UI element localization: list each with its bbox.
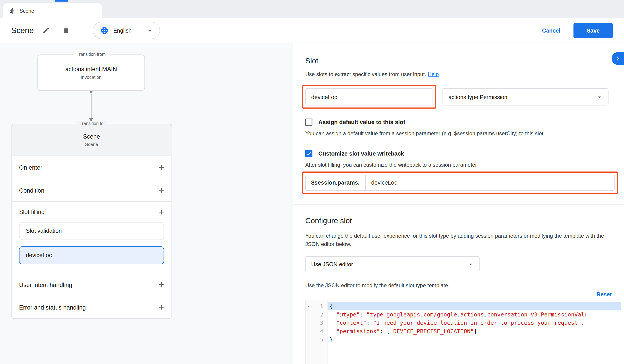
line-number: 2 — [320, 312, 323, 318]
add-icon[interactable] — [157, 186, 166, 194]
line-number: 3 — [320, 320, 323, 326]
session-params-prefix: $session.params. — [306, 180, 365, 186]
section-label: Condition — [19, 187, 44, 193]
json-editor[interactable]: ▾12345 { "@type": "type.googleapis.com/g… — [305, 300, 621, 364]
slot-description-text: Use slots to extract specific values fro… — [305, 71, 426, 77]
section-user-intent-handling[interactable]: User intent handling — [12, 273, 172, 296]
slot-type-select[interactable]: actions.type.Permission — [442, 88, 609, 105]
writeback-field[interactable]: $session.params. — [305, 175, 615, 191]
code-line[interactable]: { — [328, 302, 621, 310]
editor-mode-value: Use JSON editor — [311, 261, 353, 268]
run-person-icon — [9, 7, 15, 14]
chevron-right-icon — [614, 54, 622, 62]
json-editor-gutter: ▾12345 — [306, 300, 327, 364]
assign-default-label: Assign default value to this slot — [318, 119, 405, 126]
line-number: 4 — [320, 328, 323, 334]
line-number: 5 — [320, 337, 323, 343]
section-condition[interactable]: Condition — [12, 179, 172, 202]
scene-type: Scene — [85, 142, 98, 147]
pencil-icon — [42, 26, 50, 34]
fold-arrow-icon[interactable]: ▾ — [308, 302, 310, 310]
code-line[interactable]: "permissions": ["DEVICE_PRECISE_LOCATION… — [328, 327, 621, 336]
intent-type: Invocation — [81, 75, 102, 79]
editor-hint: Use the JSON editor to modify the defaul… — [305, 283, 621, 288]
json-editor-lines[interactable]: { "@type": "type.googleapis.com/google.a… — [328, 300, 621, 364]
section-label: Slot filling — [19, 208, 45, 215]
edit-scene-button[interactable] — [38, 23, 53, 38]
slot-name-row: actions.type.Permission — [305, 85, 621, 109]
assign-default-row: Assign default value to this slot — [305, 119, 621, 126]
globe-icon — [100, 26, 108, 35]
writeback-label: Customize slot value writeback — [318, 150, 404, 157]
trash-icon — [62, 26, 70, 34]
reset-link[interactable]: Reset — [597, 291, 612, 298]
annotation-writeback: $session.params. — [302, 172, 618, 194]
configure-description: You can change the default user experien… — [305, 232, 609, 248]
save-button[interactable]: Save — [573, 23, 613, 38]
add-icon[interactable] — [157, 303, 166, 311]
header: Scene English Cancel Save — [0, 18, 624, 43]
slot-type-value: actions.type.Permission — [449, 94, 508, 100]
writeback-row: Customize slot value writeback — [305, 150, 621, 157]
help-link[interactable]: Help — [428, 71, 439, 77]
writeback-param-input[interactable] — [365, 180, 614, 186]
code-line[interactable]: "context": "I need your device location … — [328, 319, 621, 327]
slot-section-title: Slot — [305, 56, 621, 65]
collapse-panel-button[interactable] — [612, 52, 624, 65]
section-label: Error and status handling — [19, 304, 86, 311]
transition-to-header[interactable]: Transition to Scene Scene — [12, 124, 172, 156]
code-line[interactable]: "@type": "type.googleapis.com/google.act… — [328, 311, 621, 319]
chevron-down-icon — [146, 27, 153, 34]
intent-name: actions.intent.MAIN — [65, 66, 117, 72]
transition-from-legend: Transition from — [74, 52, 109, 56]
scene-tab[interactable]: Scene — [3, 3, 102, 18]
writeback-checkbox[interactable] — [305, 150, 312, 157]
slot-editor-panel: Slot Use slots to extract specific value… — [293, 43, 624, 364]
line-number: 1 — [320, 303, 323, 309]
code-line[interactable]: } — [328, 336, 621, 344]
slot-name-input[interactable] — [305, 88, 433, 105]
section-on-enter[interactable]: On enter — [12, 156, 172, 179]
app-window: Scene Scene English Cancel Save — [0, 0, 624, 364]
assign-default-description: You can assign a default value from a se… — [305, 130, 621, 137]
cancel-button[interactable]: Cancel — [542, 27, 560, 34]
scene-card: Transition to Scene Scene On enter Condi… — [11, 124, 172, 319]
language-selector[interactable]: English — [93, 22, 160, 39]
chevron-down-icon — [467, 261, 474, 268]
transition-to-legend: Transition to — [76, 121, 107, 126]
add-icon[interactable] — [157, 163, 166, 171]
section-slot-filling[interactable]: Slot filling — [12, 201, 172, 222]
chevron-down-icon — [596, 93, 603, 101]
section-error-status-handling[interactable]: Error and status handling — [12, 296, 172, 318]
tab-title: Scene — [19, 8, 34, 14]
section-divider — [293, 204, 624, 205]
annotation-slot-name — [302, 85, 436, 109]
writeback-description: After slot filling, you can customize th… — [305, 162, 621, 168]
section-label: On enter — [19, 164, 42, 171]
page-title: Scene — [11, 26, 34, 35]
transition-from-card[interactable]: Transition from actions.intent.MAIN Invo… — [37, 54, 145, 91]
reset-row: Reset — [305, 291, 612, 298]
slot-description: Use slots to extract specific values fro… — [305, 71, 621, 77]
scene-diagram-canvas: Transition from actions.intent.MAIN Invo… — [0, 43, 293, 364]
slot-item-deviceloc[interactable]: deviceLoc — [19, 246, 164, 264]
slot-filling-items: Slot validation deviceLoc — [12, 222, 172, 273]
configure-slot-title: Configure slot — [305, 216, 621, 225]
delete-scene-button[interactable] — [58, 23, 74, 38]
assign-default-checkbox[interactable] — [305, 119, 312, 126]
section-label: User intent handling — [19, 281, 72, 288]
language-label: English — [113, 27, 132, 34]
transition-arrow — [87, 90, 95, 124]
slot-item-validation[interactable]: Slot validation — [19, 222, 164, 240]
tab-accent-bar — [55, 0, 68, 1]
add-icon[interactable] — [157, 281, 166, 288]
editor-mode-select[interactable]: Use JSON editor — [305, 256, 480, 272]
scene-name: Scene — [83, 133, 100, 140]
add-icon[interactable] — [157, 208, 166, 216]
browser-tab-strip: Scene — [0, 0, 624, 18]
check-icon — [306, 151, 312, 156]
